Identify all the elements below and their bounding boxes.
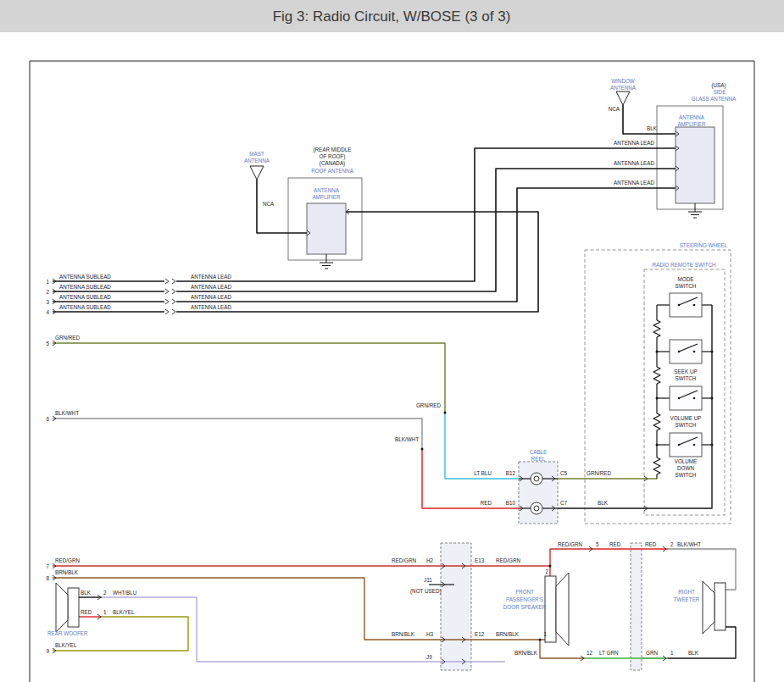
wire-label-antenna-sublead: ANTENNA SUBLEAD — [59, 304, 111, 310]
wire-label-blk-wht: BLK/WHT — [55, 410, 79, 416]
wire-label-blk-wht: BLK/WHT — [395, 436, 419, 442]
wire-blk-wht — [53, 419, 422, 449]
row-number: 7 — [46, 563, 49, 569]
roof-location-note: OF ROOF) — [320, 153, 346, 160]
wire-label-red: RED — [81, 609, 92, 615]
wire-label-grn-red: GRN/RED — [55, 335, 80, 341]
wire-label-blk-yel: BLK/YEL — [113, 609, 135, 615]
connector-arrow-icon — [165, 309, 169, 314]
pin-label-e12: E12 — [475, 631, 485, 637]
volume-down-switch — [657, 433, 712, 457]
connector-arrow-icon — [172, 289, 175, 294]
pin-label-j11: J11 — [424, 577, 432, 583]
mast-antenna-icon — [250, 166, 264, 180]
wire-label-antenna-lead: ANTENNA LEAD — [191, 284, 231, 290]
harness-connector-strip — [441, 543, 471, 670]
volume-down-switch-label: VOLUME — [675, 458, 698, 464]
region-note: (USA) — [711, 82, 726, 89]
pin-number: 2 — [670, 541, 674, 547]
wire-label-blk-yel: BLK/YEL — [55, 642, 77, 648]
roof-antenna-label: ROOF ANTENNA — [311, 168, 353, 174]
pin-label-b10: B10 — [506, 500, 516, 506]
cable-reel-label: REEL — [531, 456, 546, 462]
wire-grn-red — [53, 343, 445, 413]
wire-label-red-grn: RED/GRN — [392, 557, 416, 563]
not-used-note: (NOT USED) — [410, 588, 442, 595]
resistor-icon — [653, 367, 660, 384]
wire-red-grn — [471, 566, 550, 576]
wire-label-antenna-lead: ANTENNA LEAD — [191, 304, 231, 310]
volume-down-switch-label: SWITCH — [676, 472, 697, 478]
side-glass-antenna-label: GLASS ANTENNA — [692, 96, 737, 102]
speaker-pin-number: 1 — [543, 631, 547, 637]
mode-switch — [657, 293, 712, 317]
mast-antenna-label: ANTENNA — [244, 158, 270, 164]
right-tweeter-label: TWEETER — [674, 596, 700, 602]
resistor-icon — [653, 457, 660, 474]
wire-label-brn-blk: BRN/BLK — [392, 631, 415, 637]
wiring-diagram-page: Fig 3: Radio Circuit, W/BOSE (3 of 3) — [0, 0, 784, 682]
volume-up-switch-label: VOLUME UP — [670, 415, 701, 421]
connector-arrow-icon — [165, 289, 169, 294]
pin-label-j9: J9 — [426, 654, 432, 660]
resistor-icon — [653, 413, 660, 430]
wire-label-grn: GRN — [646, 650, 658, 656]
speaker-pin-number: 2 — [545, 568, 548, 574]
row-number: 5 — [46, 341, 49, 347]
row-number: 4 — [46, 309, 49, 315]
antenna-amplifier-label: AMPLIFIER — [312, 194, 341, 200]
wire-label-brn-blk: BRN/BLK — [496, 631, 520, 637]
pin-number: 5 — [596, 541, 599, 547]
coil-icon — [531, 473, 542, 485]
connector-arrow-icon — [165, 299, 169, 304]
seek-up-switch — [657, 340, 712, 363]
wire-label-red: RED — [609, 541, 621, 547]
mast-antenna-label: MAST — [249, 151, 264, 157]
wire-label-lt-grn: LT GRN — [599, 650, 619, 656]
steering-wheel-box — [585, 250, 731, 524]
rear-woofer-label: REAR WOOFER — [47, 630, 88, 636]
window-antenna-icon — [616, 91, 630, 105]
connector-arrow-icon — [172, 279, 175, 284]
wire-label-blk: BLK — [598, 500, 609, 506]
wire-blk-tweeter — [668, 627, 736, 658]
row-number: 8 — [46, 575, 49, 581]
volume-up-switch — [657, 386, 712, 410]
antenna-amplifier-label: ANTENNA — [314, 187, 340, 193]
wire-label-red: RED — [481, 500, 492, 506]
wire-label-nca: NCA — [263, 201, 275, 207]
seek-up-switch-label: SWITCH — [676, 375, 697, 381]
antenna-amplifier-label: ANTENNA — [679, 114, 705, 120]
mode-switch-label: MODE — [678, 276, 694, 282]
window-antenna-label: WINDOW — [611, 78, 635, 84]
resistor-ladder — [653, 305, 660, 479]
wire-label-blk-wht: BLK/WHT — [677, 541, 701, 547]
wire-label-red-grn: RED/GRN — [55, 557, 80, 563]
diagram-border — [30, 61, 754, 682]
window-antenna-label: ANTENNA — [610, 85, 637, 91]
right-tweeter-label: RIGHT — [678, 589, 695, 595]
wire-label-antenna-lead: ANTENNA LEAD — [191, 274, 231, 280]
volume-up-switch-label: SWITCH — [676, 422, 697, 428]
wire-lt-blu — [445, 413, 519, 479]
wire-label-brn-blk: BRN/BLK — [514, 650, 538, 656]
page-title: Fig 3: Radio Circuit, W/BOSE (3 of 3) — [273, 8, 511, 25]
wire-label-blk: BLK — [81, 590, 92, 596]
wire-label-antenna-sublead: ANTENNA SUBLEAD — [59, 284, 111, 290]
wire-label-brn-blk: BRN/BLK — [55, 569, 79, 575]
wire-label-antenna-lead: ANTENNA LEAD — [191, 294, 231, 300]
wire-label-red: RED — [645, 541, 657, 547]
mode-switch-label: SWITCH — [676, 283, 697, 289]
wire-label-red-grn: RED/GRN — [558, 541, 582, 547]
row-number: 2 — [46, 289, 49, 295]
connector-arrow-icon — [172, 299, 175, 304]
wire-label-blk: BLK — [647, 125, 658, 131]
pin-label-c5: C5 — [560, 470, 568, 476]
row-number: 6 — [46, 416, 49, 422]
front-door-speaker-label: DOOR SPEAKER — [503, 604, 547, 610]
side-glass-antenna-label: SIDE — [714, 89, 726, 95]
row-number: 1 — [46, 279, 49, 285]
pin-number: 12 — [587, 650, 593, 656]
wire-label-antenna-lead: ANTENNA LEAD — [614, 140, 654, 146]
wire-label-antenna-sublead: ANTENNA SUBLEAD — [59, 294, 111, 300]
